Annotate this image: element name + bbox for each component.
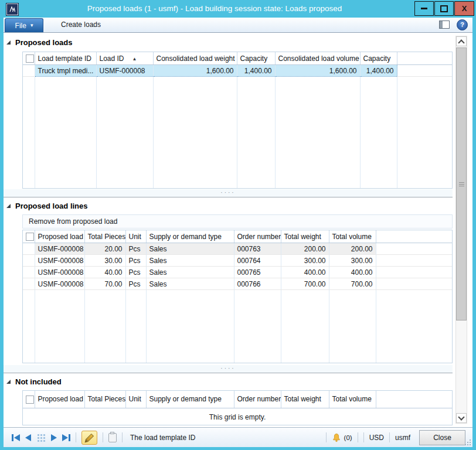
company-indicator[interactable]: usmf: [395, 434, 410, 442]
cell-supply-or-demand-type[interactable]: Sales: [146, 267, 234, 278]
cell-supply-or-demand-type[interactable]: Sales: [146, 243, 234, 255]
section-header-proposed-loads[interactable]: Proposed loads: [6, 38, 73, 47]
grid-empty-space: [23, 77, 452, 189]
cell-total-pieces[interactable]: 40.00: [84, 267, 125, 278]
cell-unit[interactable]: Pcs: [125, 255, 146, 267]
table-row[interactable]: USMF-000008 40.00 Pcs Sales 000765 400.0…: [23, 267, 452, 278]
layout-icon[interactable]: [439, 21, 450, 29]
next-record-button[interactable]: [51, 434, 57, 441]
cell-load-id[interactable]: USMF-000008: [96, 65, 153, 77]
cell-capacity-volume[interactable]: 1,400.00: [360, 65, 397, 77]
cell-total-pieces[interactable]: 30.00: [84, 255, 125, 267]
grid-view-icon[interactable]: [38, 434, 39, 436]
column-header-proposed-load[interactable]: Proposed load: [35, 391, 84, 408]
row-checkbox-cell[interactable]: [23, 267, 35, 278]
minimize-button[interactable]: [414, 1, 434, 16]
table-row[interactable]: USMF-000008 70.00 Pcs Sales 000766 700.0…: [23, 278, 452, 290]
resize-grip[interactable]: [464, 439, 471, 446]
row-checkbox-cell[interactable]: [23, 278, 35, 290]
vertical-scrollbar[interactable]: [455, 36, 467, 424]
menu-item-create-loads[interactable]: Create loads: [53, 18, 109, 32]
cell-total-weight[interactable]: 300.00: [281, 255, 329, 267]
currency-indicator[interactable]: USD: [369, 434, 384, 442]
close-form-button[interactable]: Close: [419, 430, 465, 445]
table-row[interactable]: USMF-000008 20.00 Pcs Sales 000763 200.0…: [23, 243, 452, 255]
column-header-total-volume[interactable]: Total volume: [329, 391, 376, 408]
notifications-bell-icon[interactable]: [332, 433, 341, 442]
column-header-consolidated-load-volume[interactable]: Consolidated load volume: [275, 52, 360, 65]
previous-record-button[interactable]: [25, 434, 31, 441]
cell-consolidated-load-weight[interactable]: 1,600.00: [153, 65, 237, 77]
column-header-supply-or-demand-type[interactable]: Supply or demand type: [146, 391, 234, 408]
column-header-consolidated-load-weight[interactable]: Consolidated load weight: [153, 52, 237, 65]
section-header-proposed-load-lines[interactable]: Proposed load lines: [6, 202, 88, 210]
cell-total-pieces[interactable]: 20.00: [84, 243, 125, 255]
cell-total-weight[interactable]: 700.00: [281, 278, 329, 290]
cell-unit[interactable]: Pcs: [125, 278, 146, 290]
help-icon[interactable]: ?: [457, 19, 468, 30]
column-header-total-pieces[interactable]: Total Pieces: [84, 230, 125, 243]
column-header-proposed-load[interactable]: Proposed load: [35, 230, 84, 243]
clipboard-icon[interactable]: [108, 433, 117, 442]
edit-record-button[interactable]: [81, 431, 97, 445]
cell-proposed-load[interactable]: USMF-000008: [35, 243, 84, 255]
section-title: Proposed load lines: [15, 202, 88, 210]
last-record-button[interactable]: [62, 434, 70, 441]
cell-total-volume[interactable]: 200.00: [329, 243, 376, 255]
scrollbar-thumb[interactable]: [456, 47, 467, 321]
column-header-capacity-volume[interactable]: Capacity: [360, 52, 397, 65]
column-header-order-number[interactable]: Order number: [234, 391, 281, 408]
section-header-not-included[interactable]: Not included: [6, 377, 62, 386]
column-header-total-weight[interactable]: Total weight: [281, 391, 329, 408]
column-header-order-number[interactable]: Order number: [234, 230, 281, 243]
cell-supply-or-demand-type[interactable]: Sales: [146, 255, 234, 267]
select-all-checkbox[interactable]: [26, 54, 34, 63]
scroll-up-button[interactable]: [456, 36, 467, 46]
cell-order-number[interactable]: 000766: [234, 278, 281, 290]
column-header-total-pieces[interactable]: Total Pieces: [84, 391, 125, 408]
remove-from-proposed-load-button[interactable]: Remove from proposed load: [29, 217, 117, 226]
cell-total-volume[interactable]: 400.00: [329, 267, 376, 278]
column-header-capacity-weight[interactable]: Capacity: [237, 52, 275, 65]
first-record-button[interactable]: [12, 434, 20, 441]
column-header-unit[interactable]: Unit: [125, 391, 146, 408]
cell-filler: [376, 267, 452, 278]
file-menu-button[interactable]: File ▾: [5, 18, 43, 32]
cell-total-weight[interactable]: 400.00: [281, 267, 329, 278]
section-splitter[interactable]: ····: [4, 365, 453, 373]
column-header-load-template-id[interactable]: Load template ID: [35, 52, 96, 65]
cell-load-template-id[interactable]: Truck tmpl medi...: [35, 65, 96, 77]
cell-consolidated-load-volume[interactable]: 1,600.00: [275, 65, 360, 77]
cell-order-number[interactable]: 000763: [234, 243, 281, 255]
column-header-load-id[interactable]: Load ID▲: [96, 52, 153, 65]
cell-unit[interactable]: Pcs: [125, 243, 146, 255]
cell-capacity-weight[interactable]: 1,400.00: [237, 65, 275, 77]
cell-order-number[interactable]: 000765: [234, 267, 281, 278]
table-row[interactable]: USMF-000008 30.00 Pcs Sales 000764 300.0…: [23, 255, 452, 267]
close-button[interactable]: X: [454, 1, 474, 16]
column-header-unit[interactable]: Unit: [125, 230, 146, 243]
cell-order-number[interactable]: 000764: [234, 255, 281, 267]
column-header-total-volume[interactable]: Total volume: [329, 230, 376, 243]
cell-total-volume[interactable]: 700.00: [329, 278, 376, 290]
cell-unit[interactable]: Pcs: [125, 267, 146, 278]
maximize-button[interactable]: [434, 1, 454, 16]
section-splitter[interactable]: ····: [4, 189, 453, 197]
column-header-supply-or-demand-type[interactable]: Supply or demand type: [146, 230, 234, 243]
row-checkbox-cell[interactable]: [23, 255, 35, 267]
select-all-checkbox[interactable]: [26, 396, 34, 404]
cell-proposed-load[interactable]: USMF-000008: [35, 267, 84, 278]
cell-supply-or-demand-type[interactable]: Sales: [146, 278, 234, 290]
cell-total-volume[interactable]: 300.00: [329, 255, 376, 267]
cell-total-pieces[interactable]: 70.00: [84, 278, 125, 290]
row-checkbox-cell[interactable]: [23, 243, 35, 255]
cell-proposed-load[interactable]: USMF-000008: [35, 255, 84, 267]
table-row[interactable]: Truck tmpl medi... USMF-000008 1,600.00 …: [23, 65, 452, 77]
row-checkbox-cell[interactable]: [23, 65, 35, 77]
notification-count[interactable]: (0): [344, 434, 352, 441]
column-header-total-weight[interactable]: Total weight: [281, 230, 329, 243]
select-all-checkbox[interactable]: [26, 233, 34, 241]
cell-total-weight[interactable]: 200.00: [281, 243, 329, 255]
scroll-down-button[interactable]: [456, 413, 467, 423]
cell-proposed-load[interactable]: USMF-000008: [35, 278, 84, 290]
